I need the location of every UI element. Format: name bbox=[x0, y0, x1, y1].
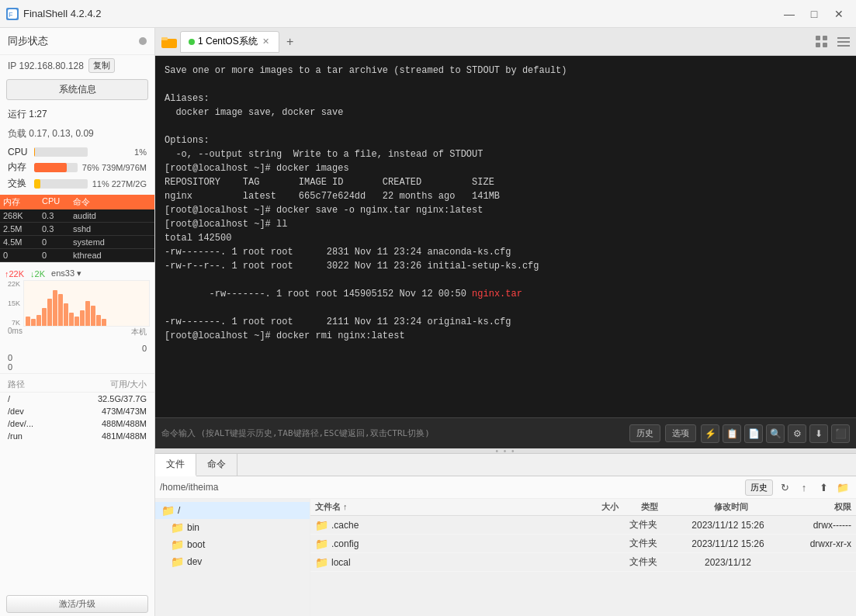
command-bar: 命令输入 (按ALT键提示历史,TAB键路径,ESC键返回,双击CTRL切换) … bbox=[155, 417, 856, 448]
term-line-10: [root@localhost ~]# docker save -o nginx… bbox=[165, 203, 847, 217]
upgrade-button[interactable]: 激活/升级 bbox=[6, 595, 148, 613]
file-row-cache[interactable]: 📁 .cache 文件夹 2023/11/12 15:26 drwx------ bbox=[310, 516, 856, 535]
latency-val-1: 0 bbox=[8, 353, 147, 362]
copy-button[interactable]: 复制 bbox=[88, 58, 115, 73]
tree-item-bin[interactable]: 📁 bin bbox=[155, 519, 310, 536]
network-section: ↑22K ↓2K ens33 ▾ 22K 15K 7K bbox=[0, 265, 154, 342]
file-list-header: 文件名 ↑ 大小 类型 修改时间 权限 bbox=[310, 499, 856, 516]
file-path-icons: ↻ ↑ ⬆ 📁 bbox=[776, 479, 851, 496]
lightning-icon[interactable]: ⚡ bbox=[701, 424, 719, 443]
bar-15 bbox=[102, 319, 106, 326]
tree-item-boot[interactable]: 📁 boot bbox=[155, 536, 310, 553]
tab-centos[interactable]: 1 CentOS系统 ✕ bbox=[180, 31, 279, 53]
file-tabs: 文件 命令 bbox=[155, 454, 856, 476]
svg-rect-7 bbox=[823, 43, 827, 47]
file-history-button[interactable]: 历史 bbox=[745, 479, 773, 496]
upload-icon[interactable]: ⬆ bbox=[815, 479, 832, 496]
net-chart bbox=[23, 280, 150, 327]
chart-bars bbox=[24, 281, 149, 326]
file-tab-commands[interactable]: 命令 bbox=[196, 454, 237, 476]
term-line-3: docker image save, docker save bbox=[165, 106, 847, 119]
mem-bar-wrap bbox=[34, 163, 78, 172]
minimize-button[interactable]: — bbox=[778, 3, 800, 25]
tab-close-icon[interactable]: ✕ bbox=[261, 36, 271, 47]
clipboard-icon[interactable]: 📋 bbox=[723, 424, 741, 443]
tree-item-dev[interactable]: 📁 dev bbox=[155, 553, 310, 570]
file-col-type-header[interactable]: 类型 bbox=[619, 501, 681, 513]
sys-info-button[interactable]: 系统信息 bbox=[6, 79, 148, 100]
sync-status-row: 同步状态 bbox=[0, 28, 154, 55]
file-tab-files[interactable]: 文件 bbox=[155, 454, 196, 476]
file-browser: 文件 命令 /home/itheima 历史 ↻ ↑ ⬆ 📁 bbox=[155, 454, 856, 616]
proc-cpu-1: 0.3 bbox=[39, 223, 70, 235]
disk-path-2: /dev/... bbox=[8, 419, 85, 428]
close-button[interactable]: ✕ bbox=[828, 3, 850, 25]
grid-view-icon[interactable] bbox=[813, 33, 831, 51]
disk-header: 路径 可用/大小 bbox=[0, 377, 154, 393]
term-line-13: -rw-------. 1 root root 2831 Nov 11 23:2… bbox=[165, 245, 847, 259]
cpu-bar-wrap bbox=[34, 147, 88, 157]
bar-4 bbox=[42, 308, 47, 326]
term-line-2: Aliases: bbox=[165, 92, 847, 106]
copy-icon[interactable]: 📄 bbox=[744, 424, 763, 443]
proc-cmd-2: systemd bbox=[70, 236, 154, 248]
file-col-name-header[interactable]: 文件名 ↑ bbox=[315, 501, 556, 513]
bar-14 bbox=[96, 315, 101, 327]
up-icon[interactable]: ↑ bbox=[795, 479, 813, 496]
net-y-3: 7K bbox=[5, 319, 20, 327]
menu-icon[interactable] bbox=[834, 33, 853, 51]
download-icon[interactable]: ⬇ bbox=[809, 424, 828, 443]
net-x-labels: 0ms 本机 bbox=[5, 327, 150, 337]
new-folder-icon[interactable]: 📁 bbox=[834, 479, 851, 496]
mem-value: 76% 739M/976M bbox=[82, 163, 147, 172]
options-button[interactable]: 选项 bbox=[665, 424, 696, 442]
file-tree: 📁 / 📁 bin 📁 boot 📁 d bbox=[155, 499, 310, 616]
fullscreen-icon[interactable]: ⬛ bbox=[831, 424, 850, 443]
settings-icon[interactable]: ⚙ bbox=[788, 424, 806, 443]
maximize-button[interactable]: □ bbox=[803, 3, 825, 25]
disk-row-0: / 32.5G/37.7G bbox=[0, 393, 154, 405]
term-line-5: Options: bbox=[165, 133, 847, 147]
bar-3 bbox=[36, 315, 41, 327]
file-row-local[interactable]: 📁 local 文件夹 2023/11/12 bbox=[310, 553, 856, 572]
tree-label-dev: dev bbox=[187, 556, 202, 567]
history-button[interactable]: 历史 bbox=[629, 424, 660, 442]
proc-mem-3: 0 bbox=[0, 249, 39, 261]
tree-item-root[interactable]: 📁 / bbox=[155, 502, 310, 519]
svg-rect-4 bbox=[816, 36, 820, 40]
file-col-perm-header[interactable]: 权限 bbox=[781, 501, 851, 513]
proc-cmd-3: kthread bbox=[70, 249, 154, 261]
svg-rect-5 bbox=[823, 36, 827, 40]
tab-add-button[interactable]: + bbox=[281, 33, 300, 51]
search-icon[interactable]: 🔍 bbox=[766, 424, 785, 443]
net-interface[interactable]: ens33 ▾ bbox=[51, 268, 81, 279]
file-name-local: local bbox=[331, 557, 544, 568]
tab-bar: 1 CentOS系统 ✕ + bbox=[155, 28, 856, 56]
bar-13 bbox=[91, 306, 95, 326]
net-label-0ms: 0ms bbox=[8, 327, 23, 337]
term-line-9: nginx latest 665c77e624dd 22 months ago … bbox=[165, 189, 847, 203]
cpu-label: CPU bbox=[8, 147, 29, 157]
svg-rect-9 bbox=[837, 41, 850, 43]
disk-path-3: /run bbox=[8, 431, 85, 441]
tab-folder-icon[interactable] bbox=[158, 31, 180, 53]
latency-val-2: 0 bbox=[8, 362, 147, 372]
file-date-local: 2023/11/12 bbox=[678, 557, 778, 568]
cmd-bar-icons: ⚡ 📋 📄 🔍 ⚙ ⬇ ⬛ bbox=[701, 424, 850, 443]
term-line-12: total 142500 bbox=[165, 231, 847, 245]
latency-row-0: 0 bbox=[8, 344, 147, 353]
tab-right-icons bbox=[813, 33, 853, 51]
file-col-date-header[interactable]: 修改时间 bbox=[681, 501, 781, 513]
folder-icon-local: 📁 bbox=[315, 556, 328, 569]
command-input-label[interactable]: 命令输入 (按ALT键提示历史,TAB键路径,ESC键返回,双击CTRL切换) bbox=[161, 428, 430, 438]
disk-size-3: 481M/488M bbox=[85, 431, 147, 441]
refresh-icon[interactable]: ↻ bbox=[776, 479, 793, 496]
terminal: Save one or more images to a tar archive… bbox=[155, 56, 856, 417]
file-col-size-header[interactable]: 大小 bbox=[556, 501, 619, 513]
disk-size-1: 473M/473M bbox=[85, 407, 147, 416]
ip-text: IP 192.168.80.128 bbox=[8, 61, 84, 71]
folder-icon-dev: 📁 bbox=[171, 555, 184, 568]
tree-label-root: / bbox=[178, 505, 180, 516]
file-row-config[interactable]: 📁 .config 文件夹 2023/11/12 15:26 drwxr-xr-… bbox=[310, 535, 856, 553]
sidebar: 同步状态 IP 192.168.80.128 复制 系统信息 运行 1:27 负… bbox=[0, 28, 155, 616]
